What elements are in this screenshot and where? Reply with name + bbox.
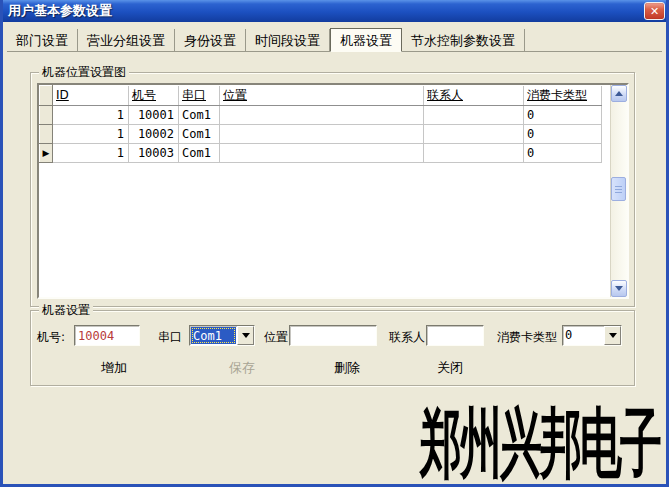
column-header-id[interactable]: ID: [53, 86, 129, 106]
card-type-combobox[interactable]: 0: [562, 325, 622, 346]
add-button[interactable]: 增加: [101, 359, 127, 377]
tab-department-settings[interactable]: 部门设置: [7, 29, 78, 51]
machine-settings-group: 机器设置 机号: 串口 Com1 位置 联系人 消费卡类型 0 增加 保存 删除…: [30, 310, 635, 386]
scroll-up-arrow-icon: [615, 91, 623, 96]
port-label: 串口: [158, 329, 182, 346]
dropdown-arrow-button[interactable]: [237, 326, 254, 345]
scrollbar-track[interactable]: [611, 102, 627, 280]
tab-time-period-settings[interactable]: 时间段设置: [246, 29, 330, 51]
scroll-up-button[interactable]: [611, 85, 627, 102]
column-header-machine-no[interactable]: 机号: [129, 86, 179, 106]
machine-position-group: 机器位置设置图 ID 机号 串口 位置 联系人 消费卡类型: [30, 72, 635, 307]
contact-label: 联系人: [389, 329, 425, 346]
cell-id[interactable]: 1: [53, 106, 129, 125]
tab-identity-settings[interactable]: 身份设置: [175, 29, 246, 51]
row-filler: [602, 125, 610, 144]
machine-no-input[interactable]: [74, 325, 140, 346]
machine-position-group-title: 机器位置设置图: [39, 64, 129, 81]
column-header-card-type[interactable]: 消费卡类型: [524, 86, 602, 106]
cell-contact[interactable]: [424, 144, 524, 163]
cell-machine-no[interactable]: 10001: [129, 106, 179, 125]
cell-port[interactable]: Com1: [179, 144, 220, 163]
machines-table: ID 机号 串口 位置 联系人 消费卡类型 1 10001 Com1: [39, 85, 610, 163]
row-selector-current[interactable]: ▶: [40, 144, 53, 163]
port-combobox-value: Com1: [191, 327, 236, 344]
current-row-arrow-icon: ▶: [43, 148, 50, 158]
cell-id[interactable]: 1: [53, 144, 129, 163]
cell-location[interactable]: [220, 125, 424, 144]
machines-grid[interactable]: ID 机号 串口 位置 联系人 消费卡类型 1 10001 Com1: [37, 83, 629, 299]
tabstrip: 部门设置 营业分组设置 身份设置 时间段设置 机器设置 节水控制参数设置: [7, 26, 662, 52]
grid-header-row: ID 机号 串口 位置 联系人 消费卡类型: [40, 86, 610, 106]
column-header-contact[interactable]: 联系人: [424, 86, 524, 106]
port-combobox[interactable]: Com1: [189, 325, 255, 346]
cell-port[interactable]: Com1: [179, 106, 220, 125]
window-title: 用户基本参数设置: [8, 2, 112, 20]
cell-machine-no[interactable]: 10002: [129, 125, 179, 144]
table-row[interactable]: 1 10001 Com1 0: [40, 106, 610, 125]
dropdown-arrow-icon: [609, 333, 617, 338]
scroll-down-arrow-icon: [615, 286, 623, 291]
close-dialog-button[interactable]: 关闭: [437, 359, 463, 377]
cell-card-type[interactable]: 0: [524, 125, 602, 144]
machine-no-label: 机号:: [37, 329, 65, 346]
cell-card-type[interactable]: 0: [524, 144, 602, 163]
tab-business-group-settings[interactable]: 营业分组设置: [78, 29, 175, 51]
row-selector[interactable]: [40, 106, 53, 125]
column-header-port[interactable]: 串口: [179, 86, 220, 106]
location-input[interactable]: [289, 325, 377, 346]
cell-card-type[interactable]: 0: [524, 106, 602, 125]
location-label: 位置: [264, 329, 288, 346]
watermark-text: 郑州兴邦电子: [420, 406, 660, 482]
machine-settings-group-title: 机器设置: [39, 302, 93, 319]
table-row[interactable]: 1 10002 Com1 0: [40, 125, 610, 144]
cell-contact[interactable]: [424, 125, 524, 144]
dropdown-arrow-button[interactable]: [604, 326, 621, 345]
column-header-location[interactable]: 位置: [220, 86, 424, 106]
cell-id[interactable]: 1: [53, 125, 129, 144]
tab-machine-settings[interactable]: 机器设置: [330, 28, 402, 52]
grid-vertical-scrollbar[interactable]: [610, 85, 627, 297]
row-selector-header: [40, 86, 53, 106]
titlebar[interactable]: 用户基本参数设置 ✕: [0, 0, 669, 22]
grid-scroll-area: ID 机号 串口 位置 联系人 消费卡类型 1 10001 Com1: [39, 85, 610, 297]
scroll-down-button[interactable]: [611, 280, 627, 297]
row-selector[interactable]: [40, 125, 53, 144]
save-button[interactable]: 保存: [229, 359, 255, 377]
card-type-label: 消费卡类型: [497, 329, 557, 346]
row-filler: [602, 106, 610, 125]
delete-button[interactable]: 删除: [334, 359, 360, 377]
dropdown-arrow-icon: [242, 333, 250, 338]
tab-water-saving-settings[interactable]: 节水控制参数设置: [402, 29, 525, 51]
dialog-window: 用户基本参数设置 ✕ 部门设置 营业分组设置 身份设置 时间段设置 机器设置 节…: [0, 0, 669, 487]
cell-location[interactable]: [220, 106, 424, 125]
scrollbar-thumb[interactable]: [611, 177, 626, 201]
table-row-current[interactable]: ▶ 1 10003 Com1 0: [40, 144, 610, 163]
card-type-combobox-value: 0: [563, 326, 604, 345]
row-filler: [602, 144, 610, 163]
contact-input[interactable]: [426, 325, 484, 346]
close-button[interactable]: ✕: [644, 2, 665, 20]
cell-port[interactable]: Com1: [179, 125, 220, 144]
cell-machine-no[interactable]: 10003: [129, 144, 179, 163]
cell-contact[interactable]: [424, 106, 524, 125]
close-icon: ✕: [650, 5, 659, 18]
cell-location[interactable]: [220, 144, 424, 163]
header-filler: [602, 86, 610, 106]
